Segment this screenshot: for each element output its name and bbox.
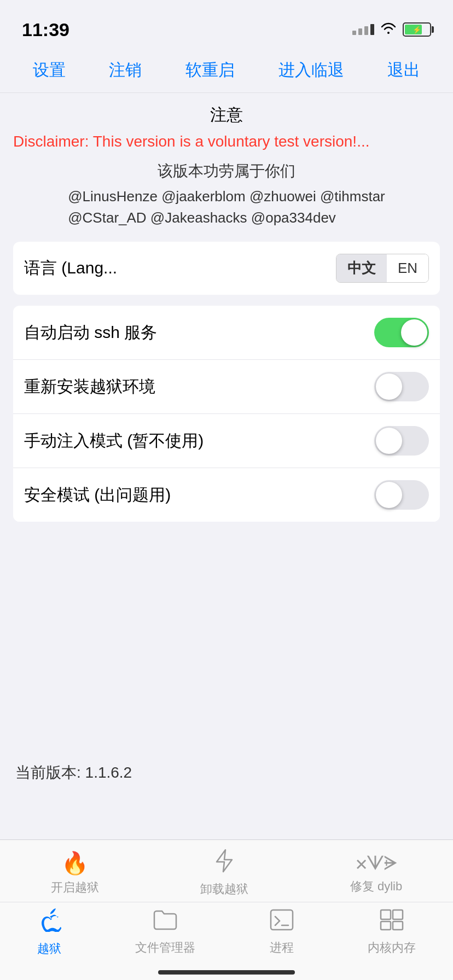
settings-language-section: 语言 (Lang... 中文 EN [13, 242, 440, 295]
jailbreak-tab-label: 越狱 [37, 941, 61, 957]
tab-kernel-memory[interactable]: 内核内存 [368, 909, 416, 956]
action-tabs: 🔥 开启越狱 卸载越狱 ✕ᗐᗓ 修复 dylib [0, 840, 453, 902]
nav-enter-safe-button[interactable]: 进入临退 [274, 57, 349, 84]
wifi-icon [381, 22, 396, 37]
status-time: 11:39 [22, 19, 69, 40]
fire-icon: 🔥 [61, 850, 89, 876]
status-bar: 11:39 ⚡ [0, 0, 453, 48]
grid-icon [380, 909, 404, 936]
flash-icon [214, 849, 234, 878]
language-selector: 中文 EN [336, 254, 429, 283]
svg-rect-0 [271, 910, 293, 930]
manual-inject-toggle[interactable] [374, 426, 429, 456]
reinstall-jailbreak-knob [376, 374, 402, 400]
tab-enable-jailbreak[interactable]: 🔥 开启越狱 [51, 850, 99, 896]
notice-title: 注意 [13, 104, 440, 126]
tab-jailbreak[interactable]: 越狱 [37, 908, 61, 957]
terminal-icon [270, 909, 294, 936]
auto-ssh-knob [401, 319, 427, 346]
safe-mode-knob [376, 482, 402, 508]
file-manager-tab-label: 文件管理器 [135, 940, 195, 956]
auto-ssh-toggle[interactable] [374, 318, 429, 347]
folder-icon [153, 909, 177, 936]
tab-process[interactable]: 进程 [270, 909, 294, 956]
language-row: 语言 (Lang... 中文 EN [13, 242, 440, 295]
disclaimer-text: Disclaimer: This version is a voluntary … [13, 131, 440, 152]
reinstall-jailbreak-row: 重新安装越狱环境 [13, 360, 440, 414]
auto-ssh-label: 自动启动 ssh 服务 [24, 322, 157, 344]
uninstall-jailbreak-label: 卸载越狱 [200, 881, 248, 897]
apple-icon [37, 908, 61, 937]
tab-fix-dylib[interactable]: ✕ᗐᗓ 修复 dylib [350, 852, 402, 895]
nav-logout-button[interactable]: 注销 [104, 57, 146, 84]
svg-rect-4 [393, 921, 403, 930]
bottom-tabs-outer: 🔥 开启越狱 卸载越狱 ✕ᗐᗓ 修复 dylib 越狱 [0, 839, 453, 980]
manual-inject-row: 手动注入模式 (暂不使用) [13, 414, 440, 468]
safe-mode-toggle[interactable] [374, 480, 429, 510]
enable-jailbreak-label: 开启越狱 [51, 879, 99, 896]
process-tab-label: 进程 [270, 940, 294, 956]
home-indicator [158, 970, 295, 975]
kernel-memory-tab-label: 内核内存 [368, 940, 416, 956]
svg-rect-3 [381, 921, 391, 930]
lang-chinese-button[interactable]: 中文 [336, 254, 387, 282]
top-nav: 设置 注销 软重启 进入临退 退出 [0, 48, 453, 93]
credit-section: 该版本功劳属于你们 @LinusHenze @jaakerblom @zhuow… [13, 161, 440, 229]
fix-dylib-label: 修复 dylib [350, 878, 402, 895]
nav-exit-button[interactable]: 退出 [383, 57, 425, 84]
version-text: 当前版本: 1.1.6.2 [13, 751, 134, 794]
manual-inject-knob [376, 428, 402, 454]
battery-icon: ⚡ [403, 22, 431, 37]
notice-section: 注意 Disclaimer: This version is a volunta… [13, 104, 440, 152]
main-content: 注意 Disclaimer: This version is a volunta… [0, 93, 453, 544]
credit-names: @LinusHenze @jaakerblom @zhuowei @tihmst… [68, 186, 385, 229]
battery-bolt-icon: ⚡ [413, 26, 421, 34]
manual-inject-label: 手动注入模式 (暂不使用) [24, 430, 204, 452]
auto-ssh-row: 自动启动 ssh 服务 [13, 306, 440, 360]
lang-english-button[interactable]: EN [387, 254, 428, 282]
status-icons: ⚡ [352, 22, 431, 37]
bottom-nav-tabs: 越狱 文件管理器 进程 [0, 902, 453, 970]
safe-mode-label: 安全模试 (出问题用) [24, 484, 171, 506]
nav-settings-button[interactable]: 设置 [28, 57, 70, 84]
wrench-icon: ✕ᗐᗓ [356, 852, 397, 875]
signal-icon [352, 24, 374, 35]
svg-rect-2 [393, 910, 403, 919]
language-label: 语言 (Lang... [24, 257, 117, 279]
reinstall-jailbreak-toggle[interactable] [374, 372, 429, 401]
svg-rect-1 [381, 910, 391, 919]
safe-mode-row: 安全模试 (出问题用) [13, 468, 440, 522]
tab-file-manager[interactable]: 文件管理器 [135, 909, 195, 956]
toggle-settings-section: 自动启动 ssh 服务 重新安装越狱环境 手动注入模式 (暂不使用) 安全模试 … [13, 306, 440, 522]
credit-title: 该版本功劳属于你们 [13, 161, 440, 182]
nav-soft-restart-button[interactable]: 软重启 [181, 57, 239, 84]
tab-uninstall-jailbreak[interactable]: 卸载越狱 [200, 849, 248, 897]
reinstall-jailbreak-label: 重新安装越狱环境 [24, 376, 155, 398]
